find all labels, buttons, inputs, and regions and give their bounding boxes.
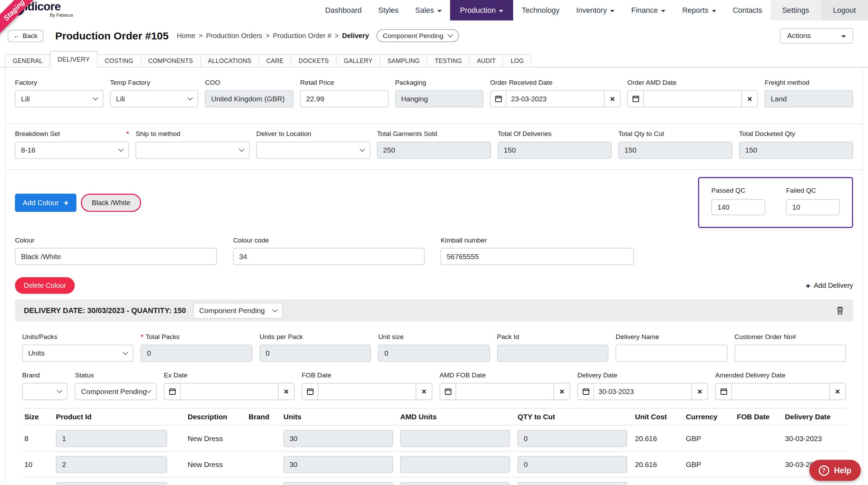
nav-item-technology[interactable]: Technology [514, 0, 568, 20]
back-button[interactable]: ← Back [8, 30, 43, 42]
units-input[interactable] [283, 482, 393, 485]
calendar-icon[interactable] [490, 90, 507, 108]
tab-dockets[interactable]: DOCKETS [291, 54, 336, 67]
order-amd-date-input[interactable] [644, 90, 742, 108]
temp-factory-select[interactable]: Lili [110, 90, 198, 108]
customer-order-no-input[interactable] [734, 345, 846, 362]
clear-icon[interactable]: × [604, 90, 621, 108]
tab-log[interactable]: LOG [503, 54, 532, 67]
colour-code-input[interactable] [233, 248, 424, 265]
nav-label: Sales [415, 6, 434, 15]
nav-label: Settings [782, 6, 809, 15]
total-packs-label: Total Packs [146, 333, 180, 341]
clear-icon[interactable]: × [416, 383, 432, 400]
nav-item-dashboard[interactable]: Dashboard [317, 0, 370, 20]
product-id-input[interactable] [56, 456, 167, 473]
clear-icon[interactable]: × [829, 383, 846, 400]
delivery-card: DELIVERY DATE: 30/03/2023 - QUANTITY: 15… [15, 299, 853, 485]
chevron-down-icon [712, 10, 716, 12]
amd-units-input[interactable] [400, 430, 510, 447]
nav-item-contacts[interactable]: Contacts [724, 0, 770, 20]
status-select[interactable]: Component Pending [75, 383, 157, 400]
pack-id-label: Pack Id [497, 333, 519, 341]
tab-delivery[interactable]: DELIVERY [50, 51, 98, 67]
tab-testing[interactable]: TESTING [427, 54, 470, 67]
tab-components[interactable]: COMPONENTS [141, 54, 201, 67]
add-colour-button[interactable]: Add Colour + [15, 194, 76, 212]
amended-delivery-date-input[interactable] [732, 383, 830, 400]
delivery-status-select[interactable]: Component Pending [193, 302, 283, 318]
total-packs-input[interactable] [141, 345, 252, 362]
delivery-name-input[interactable] [616, 345, 727, 362]
nav-item-styles[interactable]: Styles [370, 0, 407, 20]
calendar-icon[interactable] [302, 383, 318, 400]
nav-item-logout[interactable]: Logout [821, 0, 868, 20]
nav-item-sales[interactable]: Sales [407, 0, 450, 20]
nav-item-settings[interactable]: Settings [770, 0, 821, 20]
tab-care[interactable]: CARE [259, 54, 291, 67]
delete-delivery-button[interactable] [836, 306, 844, 315]
nav-item-inventory[interactable]: Inventory [568, 0, 623, 20]
clear-icon[interactable]: × [278, 383, 295, 400]
tab-gallery[interactable]: GALLERY [336, 54, 380, 67]
delete-colour-button[interactable]: Delete Colour [15, 277, 75, 294]
nav-item-production[interactable]: Production [450, 0, 513, 20]
clear-icon[interactable]: × [741, 90, 758, 108]
ship-to-method-select[interactable] [136, 141, 250, 159]
product-id-input[interactable] [56, 430, 167, 447]
units-input[interactable] [283, 430, 393, 447]
retail-price-input[interactable] [300, 90, 388, 108]
factory-select[interactable]: Lili [15, 90, 103, 108]
breadcrumb-production-order[interactable]: Production Order # [273, 32, 331, 39]
breadcrumb-production-orders[interactable]: Production Orders [206, 32, 262, 39]
units-packs-select[interactable]: Units [22, 345, 134, 362]
header-units: Units [281, 413, 398, 421]
breadcrumb-home[interactable]: Home [177, 32, 195, 39]
colour-tab-black-white[interactable]: Black /White [81, 194, 141, 212]
add-delivery-button[interactable]: + Add Delivery [806, 281, 853, 290]
kimball-number-input[interactable] [441, 248, 634, 265]
colour-tab-label: Black /White [92, 199, 130, 207]
calendar-icon[interactable] [577, 383, 594, 400]
tab-costing[interactable]: COSTING [97, 54, 141, 67]
add-colour-label: Add Colour [23, 199, 59, 207]
calendar-icon[interactable] [715, 383, 732, 400]
field-order-amd-date: Order AMD Date × [627, 79, 758, 107]
fob-date-input[interactable] [318, 383, 416, 400]
order-status-dropdown[interactable]: Component Pending [376, 29, 459, 42]
tab-allocations[interactable]: ALLOCATIONS [200, 54, 259, 67]
nav-item-reports[interactable]: Reports [674, 0, 724, 20]
tab-audit[interactable]: AUDIT [469, 54, 504, 67]
breadcrumb: Home > Production Orders > Production Or… [177, 32, 369, 39]
actions-button[interactable]: Actions [780, 28, 853, 44]
calendar-icon[interactable] [440, 383, 456, 400]
qty-to-cut-input[interactable] [518, 482, 627, 485]
qty-to-cut-input[interactable] [518, 430, 627, 447]
help-button[interactable]: ? Help [809, 460, 861, 481]
field-ship-to-method: Ship to method [136, 130, 250, 159]
calendar-icon[interactable] [164, 383, 180, 400]
colour-input[interactable] [15, 248, 217, 265]
amd-units-input[interactable] [400, 482, 510, 485]
amd-units-input[interactable] [400, 456, 510, 473]
chevron-down-icon [499, 10, 504, 12]
tab-sampling[interactable]: SAMPLING [380, 54, 427, 67]
amd-fob-date-input[interactable] [456, 383, 554, 400]
required-asterisk: * [141, 333, 143, 341]
calendar-icon[interactable] [627, 90, 644, 108]
tab-general[interactable]: GENERAL [5, 54, 50, 67]
clear-icon[interactable]: × [554, 383, 570, 400]
breakdown-set-select[interactable]: 8-16 [15, 141, 129, 159]
passed-qc-input[interactable] [711, 199, 765, 215]
clear-icon[interactable]: × [691, 383, 708, 400]
nav-item-finance[interactable]: Finance [623, 0, 674, 20]
units-input[interactable] [283, 456, 393, 473]
delivery-date-input[interactable] [594, 383, 692, 400]
qty-to-cut-input[interactable] [518, 456, 627, 473]
order-received-date-input[interactable] [507, 90, 605, 108]
deliver-to-location-select[interactable] [256, 141, 370, 159]
brand-select[interactable] [22, 383, 68, 400]
ex-date-input[interactable] [180, 383, 278, 400]
failed-qc-input[interactable] [786, 199, 840, 215]
product-id-input[interactable] [56, 482, 167, 485]
